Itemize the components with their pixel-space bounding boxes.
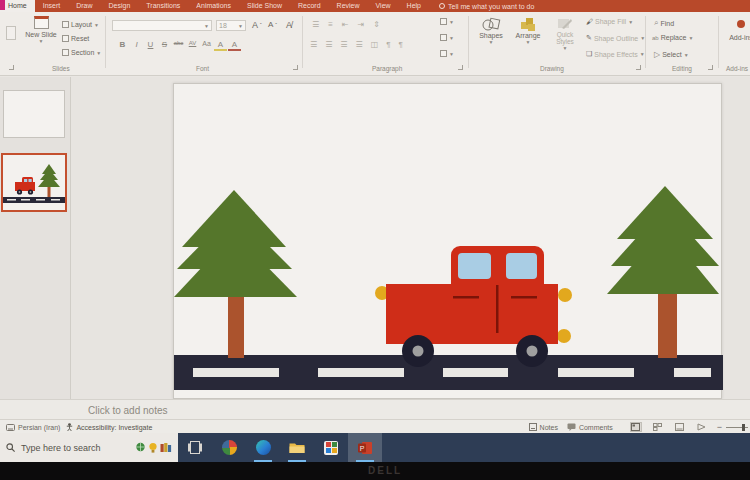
store-app-button[interactable] [314,433,348,462]
grow-font-button[interactable]: Aˆ [252,20,262,30]
strikethrough-button[interactable]: S [158,40,171,51]
truck-hub-right [527,346,538,357]
italic-button[interactable]: I [130,40,143,51]
tab-record[interactable]: Record [290,0,329,12]
notes-pane[interactable]: Click to add notes [0,399,750,419]
notes-placeholder[interactable]: Click to add notes [88,405,168,416]
shapes-button[interactable]: Shapes▼ [474,17,508,45]
tab-home[interactable]: Home [0,0,35,12]
replace-button[interactable]: abReplace▼ [652,34,693,41]
task-view-button[interactable] [178,433,212,462]
text-direction-button[interactable]: ▼ [440,18,454,25]
align-center-button[interactable]: ☰ [325,40,332,49]
clear-formatting-button[interactable]: A̸ [286,20,292,30]
paragraph-dialog-launcher[interactable] [458,65,463,70]
taskbar-search-box[interactable]: Type here to search [0,433,178,462]
increase-indent-button[interactable]: ⇥ [358,20,365,29]
font-name-combobox[interactable]: ▼ [112,20,212,31]
slide-sorter-view-button[interactable] [652,422,664,432]
find-button[interactable]: ⌕Find [654,18,674,28]
notes-toggle-button[interactable]: Notes [529,423,558,431]
zoom-out-button[interactable]: − [717,422,722,432]
bullets-button[interactable]: ☰ [312,20,319,29]
shape-fill-button[interactable]: 🖌Shape Fill▼ [586,18,633,25]
editing-dialog-launcher[interactable] [708,65,713,70]
language-status[interactable]: Persian (Iran) [6,424,60,431]
tell-me-icon [439,3,445,9]
drawing-dialog-launcher[interactable] [636,65,641,70]
tab-animations[interactable]: Animations [188,0,239,12]
pinned-app-pinwheel[interactable] [212,433,246,462]
text-direction-rtl-button[interactable]: ¶ [386,40,390,49]
tab-insert[interactable]: Insert [35,0,69,12]
slide-thumbnail-2[interactable] [1,153,67,212]
left-tree[interactable] [174,190,297,358]
section-button[interactable]: Section▼ [62,49,101,56]
new-slide-button[interactable]: New Slide ▼ [24,16,58,44]
highlight-color-button[interactable]: A [214,40,227,51]
justify-button[interactable]: ☰ [356,40,363,49]
accessibility-status[interactable]: Accessibility: Investigate [66,423,152,431]
columns-button[interactable]: ◫ [371,40,379,49]
arrange-button[interactable]: Arrange▼ [510,17,546,45]
change-case-button[interactable]: Aa [200,40,213,51]
ribbon: New Slide ▼ Layout▼ Reset Section▼ Slide… [0,12,750,76]
search-highlights-icons[interactable] [135,442,172,454]
align-text-button[interactable]: ▼ [440,34,454,41]
monitor-bezel: DELL [0,462,750,480]
clipboard-dialog-launcher[interactable] [9,65,14,70]
layout-button[interactable]: Layout▼ [62,21,99,28]
tab-design[interactable]: Design [101,0,139,12]
powerpoint-taskbar-button[interactable]: P [348,433,382,462]
underline-button[interactable]: U [144,40,157,51]
addins-button[interactable]: Add-ins [726,20,750,41]
truck-front-light-bottom [557,329,571,343]
tab-view[interactable]: View [368,0,399,12]
tab-review[interactable]: Review [329,0,368,12]
tab-transitions[interactable]: Transitions [138,0,188,12]
tell-me-search[interactable]: Tell me what you want to do [439,3,534,10]
reset-button[interactable]: Reset [62,35,89,42]
normal-view-button[interactable] [630,422,642,432]
arrange-icon [520,17,536,32]
select-button[interactable]: ▷Select▼ [654,50,689,59]
right-tree[interactable] [607,186,719,358]
quick-styles-button[interactable]: Quick Styles▼ [548,17,582,51]
monitor-brand-logo: DELL [368,465,402,476]
slide-thumbnail-panel[interactable] [0,77,71,399]
slideshow-view-button[interactable] [696,422,708,432]
align-left-button[interactable]: ☰ [310,40,317,49]
bold-button[interactable]: B [116,40,129,51]
text-direction-ltr-button[interactable]: ¶ [399,40,403,49]
slide-thumbnail-1[interactable] [3,90,65,138]
shape-effects-button[interactable]: ❏Shape Effects▼ [586,50,645,58]
zoom-control[interactable]: − [717,422,748,432]
slide-editing-canvas[interactable] [173,83,722,399]
tab-help[interactable]: Help [399,0,429,12]
truck-hub-left [413,346,424,357]
text-shadow-button[interactable]: abc [172,40,185,51]
comments-toggle-button[interactable]: Comments [567,423,613,431]
align-right-button[interactable]: ☰ [340,40,347,49]
font-size-combobox[interactable]: 18▼ [216,20,246,31]
store-app-icon [324,441,338,455]
line-spacing-button[interactable]: ⇕ [373,20,380,29]
tab-slideshow[interactable]: Slide Show [239,0,290,12]
numbering-button[interactable]: ≡ [328,20,333,29]
shrink-font-button[interactable]: Aˇ [268,20,277,29]
font-dialog-launcher[interactable] [293,65,298,70]
reset-icon [62,35,69,42]
convert-smartart-button[interactable]: ▼ [440,50,454,57]
reading-view-button[interactable] [674,422,686,432]
shape-outline-button[interactable]: ✎Shape Outline▼ [586,34,645,42]
file-explorer-button[interactable] [280,433,314,462]
truck[interactable] [375,246,572,367]
paste-button[interactable] [6,26,16,40]
font-color-button[interactable]: A [228,40,241,51]
character-spacing-button[interactable]: AV [186,40,199,51]
edge-browser-button[interactable] [246,433,280,462]
replace-icon: ab [652,35,659,41]
decrease-indent-button[interactable]: ⇤ [342,20,349,29]
tab-draw[interactable]: Draw [68,0,100,12]
zoom-slider[interactable] [726,427,748,428]
